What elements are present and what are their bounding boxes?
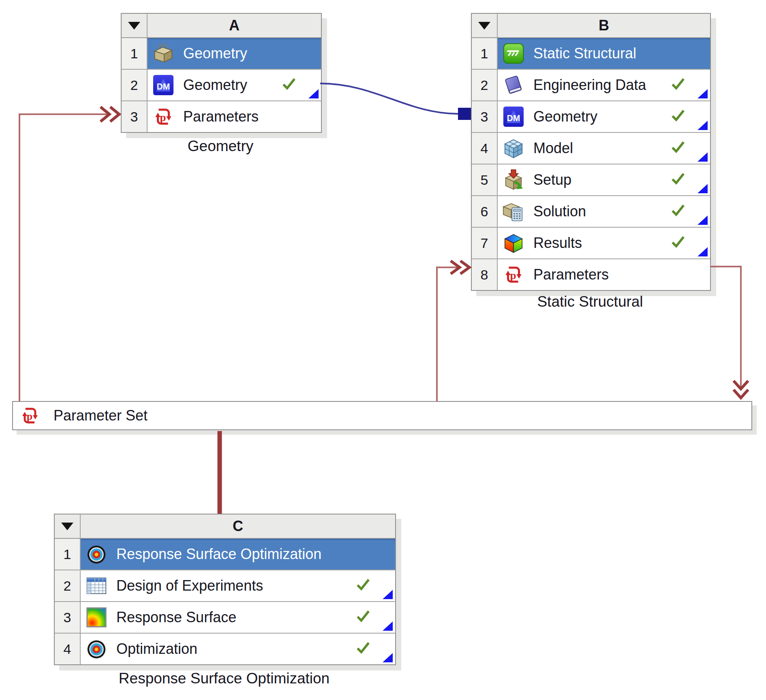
cell-content: DMGeometry bbox=[148, 70, 321, 100]
cell-content: Model bbox=[498, 133, 710, 164]
response-surface-icon bbox=[86, 606, 107, 628]
update-triangle-icon bbox=[308, 89, 319, 98]
system-c-menu-button[interactable] bbox=[55, 514, 81, 538]
dropdown-arrow-icon bbox=[128, 22, 140, 30]
system-a-table: A1 Geometry2 DMGeometry3 pParameters bbox=[121, 13, 322, 133]
cell-content: Engineering Data bbox=[498, 70, 710, 100]
cell-label: Design of Experiments bbox=[116, 577, 263, 594]
cell-label: Engineering Data bbox=[533, 77, 646, 94]
cell-content: Static Structural bbox=[498, 38, 710, 69]
paramset-to-b8-line bbox=[437, 267, 459, 402]
row-number: 6 bbox=[472, 196, 498, 227]
arrowhead-into-b8 bbox=[451, 261, 469, 274]
engineering-data-icon bbox=[503, 74, 524, 96]
static-structural-icon bbox=[503, 43, 524, 64]
system-b-menu-button[interactable] bbox=[472, 14, 498, 37]
cell-content: Solution bbox=[498, 196, 710, 227]
system-b-row-1[interactable]: 1 Static Structural bbox=[472, 38, 710, 70]
row-number: 7 bbox=[472, 228, 498, 258]
optimization-icon bbox=[86, 543, 107, 565]
system-c-row-4[interactable]: 4 Optimization bbox=[55, 634, 395, 664]
cell-content: Optimization bbox=[81, 634, 395, 664]
row-number: 8 bbox=[472, 259, 498, 290]
checkmark-status-icon bbox=[355, 610, 371, 623]
system-b-row-8[interactable]: 8 pParameters bbox=[472, 259, 710, 290]
cell-label: Solution bbox=[533, 203, 586, 220]
parameter-set-bar[interactable]: p Parameter Set bbox=[12, 401, 752, 430]
design-of-experiments-icon bbox=[86, 575, 107, 597]
system-b-row-5[interactable]: 5 Setup bbox=[472, 164, 710, 196]
svg-text:p: p bbox=[510, 269, 516, 282]
model-icon bbox=[503, 137, 524, 159]
system-a-row-3[interactable]: 3 pParameters bbox=[122, 101, 321, 132]
system-a-row-2[interactable]: 2 DMGeometry bbox=[122, 70, 321, 101]
checkmark-status-icon bbox=[670, 235, 686, 248]
checkmark-status-icon bbox=[670, 172, 686, 185]
system-b-row-2[interactable]: 2 Engineering Data bbox=[472, 70, 710, 101]
row-number: 1 bbox=[55, 539, 81, 570]
system-b-row-7[interactable]: 7 Results bbox=[472, 228, 710, 259]
row-number: 3 bbox=[122, 101, 148, 132]
update-triangle-icon bbox=[383, 653, 393, 662]
system-c-letter: C bbox=[81, 514, 395, 538]
system-c-row-1[interactable]: 1 Response Surface Optimization bbox=[55, 539, 395, 570]
update-triangle-icon bbox=[383, 590, 393, 599]
system-b-row-3[interactable]: 3 DMGeometry bbox=[472, 101, 710, 133]
system-b-caption: Static Structural bbox=[471, 293, 709, 310]
row-number: 2 bbox=[122, 70, 148, 100]
solution-icon bbox=[503, 201, 524, 222]
update-triangle-icon bbox=[698, 184, 708, 193]
cell-label: Static Structural bbox=[533, 45, 636, 62]
system-a-header-row: A bbox=[122, 14, 321, 38]
project-schematic: A1 Geometry2 DMGeometry3 pParameters Geo… bbox=[0, 0, 766, 700]
arrowhead-into-a3 bbox=[101, 107, 119, 122]
system-b-row-4[interactable]: 4 Model bbox=[472, 133, 710, 164]
system-a-letter: A bbox=[148, 14, 321, 37]
optimization-icon bbox=[86, 638, 107, 660]
svg-text:DM: DM bbox=[157, 82, 170, 91]
parameters-icon: p bbox=[152, 106, 174, 128]
cell-content: Design of Experiments bbox=[81, 570, 395, 601]
paramset-to-a3-line bbox=[19, 114, 109, 402]
cell-content: Geometry bbox=[148, 38, 321, 69]
cell-content: Response Surface Optimization bbox=[81, 539, 395, 570]
system-c-row-2[interactable]: 2 Design of Experiments bbox=[55, 570, 395, 602]
svg-text:p: p bbox=[27, 410, 32, 422]
svg-text:p: p bbox=[160, 111, 166, 124]
checkmark-status-icon bbox=[670, 109, 686, 122]
row-number: 4 bbox=[55, 634, 81, 664]
row-number: 1 bbox=[472, 38, 498, 69]
system-b-table: B1 Static Structural2 Engineering Data3 … bbox=[471, 13, 711, 291]
update-triangle-icon bbox=[698, 152, 708, 162]
row-number: 3 bbox=[472, 101, 498, 132]
row-number: 2 bbox=[55, 570, 81, 601]
system-a-caption: Geometry bbox=[121, 138, 320, 155]
cell-label: Response Surface bbox=[116, 609, 236, 626]
cell-label: Geometry bbox=[183, 45, 247, 62]
cell-label: Model bbox=[533, 140, 573, 157]
cell-content: DMGeometry bbox=[498, 101, 710, 132]
system-c-row-3[interactable]: 3 Response Surface bbox=[55, 602, 395, 634]
system-a-menu-button[interactable] bbox=[122, 14, 148, 37]
cell-content: Response Surface bbox=[81, 602, 395, 633]
system-b-letter: B bbox=[498, 14, 710, 37]
cell-label: Results bbox=[533, 235, 582, 252]
cell-label: Response Surface Optimization bbox=[116, 546, 321, 563]
system-b-row-6[interactable]: 6 Solution bbox=[472, 196, 710, 228]
row-number: 5 bbox=[472, 164, 498, 195]
checkmark-status-icon bbox=[355, 641, 371, 654]
row-number: 1 bbox=[122, 38, 148, 69]
parameters-icon: p bbox=[19, 405, 41, 426]
system-a-row-1[interactable]: 1 Geometry bbox=[122, 38, 321, 70]
row-number: 3 bbox=[55, 602, 81, 633]
checkmark-status-icon bbox=[670, 141, 686, 154]
arrowhead-into-paramset bbox=[734, 381, 748, 398]
update-triangle-icon bbox=[698, 216, 708, 225]
checkmark-status-icon bbox=[670, 204, 686, 217]
cell-label: Parameters bbox=[533, 266, 609, 283]
cell-label: Geometry bbox=[533, 108, 597, 125]
cell-label: Optimization bbox=[116, 640, 197, 657]
system-b-header-row: B bbox=[472, 14, 710, 38]
b8-to-paramset-line bbox=[710, 267, 741, 389]
update-triangle-icon bbox=[698, 247, 708, 256]
